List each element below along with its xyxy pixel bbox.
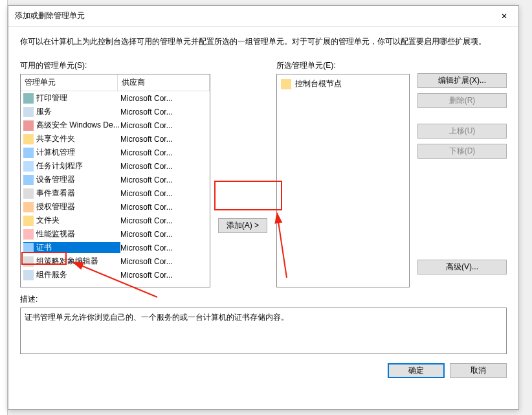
description-label: 描述: <box>20 294 507 305</box>
list-item[interactable]: 打印管理Microsoft Cor... <box>21 91 210 105</box>
snapin-icon <box>23 161 34 172</box>
list-item[interactable]: 服务Microsoft Cor... <box>21 105 210 118</box>
close-icon: ✕ <box>501 12 507 21</box>
snapin-name: 文件夹 <box>36 215 60 226</box>
snapin-name: 打印管理 <box>36 93 67 104</box>
remove-button[interactable]: 删除(R) <box>417 93 507 108</box>
snapin-name: 任务计划程序 <box>36 161 83 172</box>
snapin-vendor: Microsoft Cor... <box>120 148 210 157</box>
list-item[interactable]: 任务计划程序Microsoft Cor... <box>21 159 210 173</box>
snapin-vendor: Microsoft Cor... <box>120 230 210 239</box>
snapin-name: 服务 <box>36 106 52 117</box>
snapin-name: 事件查看器 <box>36 188 75 199</box>
snapin-name: 证书 <box>36 242 52 253</box>
selected-snapins-tree[interactable]: 控制台根节点 <box>276 74 410 287</box>
list-item[interactable]: 事件查看器Microsoft Cor... <box>21 186 210 200</box>
list-item[interactable]: 文件夹Microsoft Cor... <box>21 214 210 227</box>
add-remove-snapin-dialog: 添加或删除管理单元 ✕ 你可以在计算机上为此控制台选择可用的管理单元并配置所选的… <box>8 5 519 410</box>
dialog-content: 你可以在计算机上为此控制台选择可用的管理单元并配置所选的一组管理单元。对于可扩展… <box>8 27 518 386</box>
intro-text: 你可以在计算机上为此控制台选择可用的管理单元并配置所选的一组管理单元。对于可扩展… <box>20 36 507 47</box>
list-item[interactable]: 组件服务Microsoft Cor... <box>21 268 210 282</box>
snapin-icon <box>23 243 34 253</box>
snapin-icon <box>23 256 34 267</box>
snapin-icon <box>23 216 34 226</box>
snapin-icon <box>23 175 34 185</box>
edit-extensions-button[interactable]: 编辑扩展(X)... <box>417 73 507 88</box>
list-item[interactable]: 高级安全 Windows De...Microsoft Cor... <box>21 118 210 132</box>
available-label: 可用的管理单元(S): <box>20 60 210 71</box>
snapin-name: 组件服务 <box>36 269 67 280</box>
snapin-icon <box>23 188 34 199</box>
snapin-vendor: Microsoft Cor... <box>120 189 210 198</box>
list-item[interactable]: 组策略对象编辑器Microsoft Cor... <box>21 254 210 268</box>
list-item[interactable]: 计算机管理Microsoft Cor... <box>21 146 210 159</box>
list-item[interactable]: 性能监视器Microsoft Cor... <box>21 227 210 241</box>
folder-icon <box>281 79 291 89</box>
move-up-button[interactable]: 上移(U) <box>417 124 507 139</box>
snapin-vendor: Microsoft Cor... <box>120 107 210 117</box>
add-button[interactable]: 添加(A) > <box>218 218 267 233</box>
selected-label: 所选管理单元(E): <box>276 60 410 71</box>
snapin-icon <box>23 270 34 280</box>
list-item[interactable]: 共享文件夹Microsoft Cor... <box>21 132 210 146</box>
snapin-vendor: Microsoft Cor... <box>120 271 210 280</box>
available-snapins-list[interactable]: 管理单元 供应商 打印管理Microsoft Cor...服务Microsoft… <box>20 74 210 287</box>
snapin-vendor: Microsoft Cor... <box>120 203 210 212</box>
description-text: 证书管理单元允许你浏览自己的、一个服务的或一台计算机的证书存储内容。 <box>25 313 289 322</box>
close-button[interactable]: ✕ <box>489 6 518 26</box>
col-header-name[interactable]: 管理单元 <box>21 74 118 91</box>
list-item[interactable]: 证书Microsoft Cor... <box>21 241 210 254</box>
description-box: 证书管理单元允许你浏览自己的、一个服务的或一台计算机的证书存储内容。 <box>20 308 507 354</box>
snapin-vendor: Microsoft Cor... <box>120 243 210 252</box>
snapin-vendor: Microsoft Cor... <box>120 162 210 171</box>
list-rows[interactable]: 打印管理Microsoft Cor...服务Microsoft Cor...高级… <box>21 91 210 287</box>
cancel-button[interactable]: 取消 <box>450 363 507 378</box>
tree-root-label: 控制台根节点 <box>295 78 342 89</box>
list-header: 管理单元 供应商 <box>21 74 210 91</box>
snapin-icon <box>23 202 34 212</box>
snapin-vendor: Microsoft Cor... <box>120 121 210 130</box>
snapin-icon <box>23 120 34 131</box>
list-item[interactable]: 授权管理器Microsoft Cor... <box>21 200 210 214</box>
snapin-icon <box>23 107 34 117</box>
snapin-name: 授权管理器 <box>36 201 75 212</box>
snapin-name: 性能监视器 <box>36 229 75 240</box>
snapin-icon <box>23 93 34 104</box>
snapin-icon <box>23 134 34 144</box>
snapin-vendor: Microsoft Cor... <box>120 257 210 266</box>
tree-root-item[interactable]: 控制台根节点 <box>280 77 406 91</box>
snapin-icon <box>23 148 34 158</box>
snapin-name: 计算机管理 <box>36 147 75 158</box>
snapin-icon <box>23 229 34 240</box>
snapin-vendor: Microsoft Cor... <box>120 94 210 103</box>
snapin-name: 组策略对象编辑器 <box>36 256 98 267</box>
list-item[interactable]: 设备管理器Microsoft Cor... <box>21 173 210 186</box>
move-down-button[interactable]: 下移(D) <box>417 144 507 159</box>
snapin-vendor: Microsoft Cor... <box>120 216 210 225</box>
snapin-name: 高级安全 Windows De... <box>36 120 120 131</box>
ok-button[interactable]: 确定 <box>388 363 445 378</box>
snapin-name: 共享文件夹 <box>36 133 75 144</box>
snapin-vendor: Microsoft Cor... <box>120 135 210 144</box>
advanced-button[interactable]: 高级(V)... <box>417 260 507 275</box>
snapin-vendor: Microsoft Cor... <box>120 175 210 185</box>
dialog-title: 添加或删除管理单元 <box>15 10 85 21</box>
col-header-vendor[interactable]: 供应商 <box>118 74 210 91</box>
snapin-name: 设备管理器 <box>36 174 75 185</box>
titlebar: 添加或删除管理单元 ✕ <box>8 6 518 27</box>
